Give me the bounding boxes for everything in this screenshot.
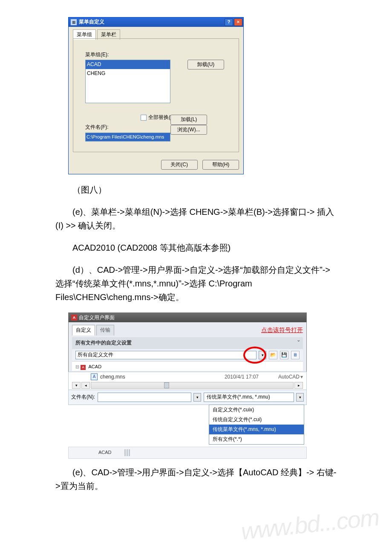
file-name-input[interactable]: C:\Program Files\CHENG\cheng.mns <box>85 133 170 142</box>
title-close-button[interactable]: × <box>234 18 242 26</box>
filter-opt-cuix[interactable]: 自定义文件(*.cuix) <box>209 405 304 415</box>
file-scrollbar[interactable]: ▾ ◂ ▸ <box>69 382 306 390</box>
close-button[interactable]: 关闭(C) <box>161 160 198 170</box>
filter-opt-all[interactable]: 所有文件(*.*) <box>209 434 304 444</box>
file-icon: A <box>91 373 98 380</box>
load-partial-icon[interactable]: 📂 <box>269 351 277 359</box>
cui-tabs: 自定义 传输 <box>72 325 114 335</box>
file-type: AutoCAD <box>269 373 300 381</box>
file-name-dropdown-arrow[interactable]: ▾ <box>193 393 201 402</box>
tab-bar: 菜单组 菜单栏 <box>73 29 239 39</box>
app-icon: ▦ <box>70 19 77 26</box>
scroll-down-icon[interactable]: ▾ <box>72 382 81 389</box>
cui-titlebar[interactable]: A 自定义用户界面 <box>69 313 306 322</box>
menu-group-listbox[interactable]: ACAD CHENG <box>85 60 170 103</box>
tab-transfer[interactable]: 传输 <box>96 325 114 335</box>
unload-button[interactable]: 卸载(U) <box>187 60 224 69</box>
file-name-label2: 文件名(N): <box>69 393 95 401</box>
menu-customize-dialog: ▦ 菜单自定义 ? × 菜单组 菜单栏 菜单组(E): ACAD CHENG 卸 <box>68 17 244 174</box>
cui-tree-preview: ⊟ A ACAD <box>72 361 303 371</box>
scroll-track[interactable] <box>91 382 294 389</box>
file-row-cheng[interactable]: A cheng.mns 2010/4/1 17:07 AutoCAD ▾ <box>69 372 306 382</box>
dialog-titlebar[interactable]: ▦ 菜单自定义 ? × <box>69 17 243 27</box>
cui-tree-item[interactable]: ACAD <box>89 364 102 369</box>
help-button[interactable]: 帮助(H) <box>202 160 239 170</box>
paragraph-e2: (e)、CAD->管理->用户界面->自定义->选择【AutoCAD 经典】->… <box>55 465 337 493</box>
listbox-item-cheng[interactable]: CHENG <box>86 69 170 78</box>
filter-opt-cui[interactable]: 传统自定义文件(*.cui) <box>209 415 304 425</box>
file-name-label: 文件名(F): <box>85 123 170 131</box>
click-hint-annotation: 点击该符号打开 <box>261 325 303 335</box>
file-name: cheng.mns <box>100 373 125 381</box>
file-type-dropdown-arrow[interactable]: ▾ <box>296 393 304 402</box>
caption-fig8: （图八） <box>55 183 337 197</box>
file-name-field[interactable] <box>98 393 191 402</box>
listbox-item-acad[interactable]: ACAD <box>86 60 170 69</box>
dialog-title: 菜单自定义 <box>79 18 224 26</box>
autocad-app-icon: A <box>71 315 77 321</box>
dialog-footer: 关闭(C) 帮助(H) <box>69 156 243 174</box>
cui-filter-value: 所有自定义文件 <box>78 351 113 359</box>
paragraph-d: (d）、CAD->管理->用户界面->自定义->选择“加载部分自定义文件”->选… <box>55 263 337 304</box>
save-icon[interactable]: 💾 <box>280 351 288 359</box>
group-header-label: 所有文件中的自定义设置 <box>75 339 132 347</box>
file-list: A cheng.mns 2010/4/1 17:07 AutoCAD ▾ ▾ ◂… <box>68 372 307 390</box>
file-open-row: 文件名(N): ▾ 传统菜单文件(*.mns, *.mnu) ▾ <box>68 390 307 405</box>
tab-panel: 菜单组(E): ACAD CHENG 卸载(U) 全部替换(R) <box>73 39 239 152</box>
load-button[interactable]: 加载(L) <box>170 115 207 124</box>
tab-customize[interactable]: 自定义 <box>72 325 95 335</box>
cui-title-text: 自定义用户界面 <box>79 314 115 322</box>
collapse-icon[interactable]: ˇ <box>297 338 300 348</box>
cui-composite-figure: A 自定义用户界面 自定义 传输 点击该符号打开 所有文件中的自定义设置 ˇ <box>68 312 307 459</box>
paragraph-acad2010: ACAD2010 (CAD2008 等其他高版本参照) <box>55 241 337 254</box>
scroll-thumb[interactable] <box>164 382 169 388</box>
scroll-left-icon[interactable]: ◂ <box>81 382 90 389</box>
menu-group-label: 菜单组(E): <box>85 51 227 59</box>
checkbox-box[interactable] <box>141 115 147 121</box>
filter-opt-mns-mnu[interactable]: 传统菜单文件(*.mns, *.mnu) <box>209 425 304 434</box>
file-type-selected-text: 传统菜单文件(*.mns, *.mnu) <box>207 393 270 401</box>
cui-group-header[interactable]: 所有文件中的自定义设置 ˇ <box>72 337 303 349</box>
paragraph-e1: (e)、菜单栏->菜单组(N)->选择 CHENG->菜单栏(B)->选择窗口-… <box>55 205 337 232</box>
workspace-tree-strip: ACAD <box>68 447 307 459</box>
dropdown-arrow-icon[interactable]: ▾ <box>259 351 266 359</box>
scroll-right-icon[interactable]: ▸ <box>294 382 303 389</box>
file-type-selected[interactable]: 传统菜单文件(*.mns, *.mnu) <box>204 393 294 402</box>
workspace-acad-label[interactable]: ACAD <box>98 449 112 457</box>
decoration-bars <box>124 449 130 456</box>
cui-window: A 自定义用户界面 自定义 传输 点击该符号打开 所有文件中的自定义设置 ˇ <box>68 312 307 372</box>
browse-button[interactable]: 浏览(W)... <box>170 125 207 135</box>
file-date: 2010/4/1 17:07 <box>225 373 269 381</box>
cui-filter-dropdown[interactable]: 所有自定义文件 <box>75 351 257 359</box>
save-as-icon[interactable]: 🗎 <box>291 351 300 359</box>
title-help-button[interactable]: ? <box>225 18 233 26</box>
cui-filter-row: 所有自定义文件 ▾ 📂 💾 🗎 <box>72 349 303 361</box>
acad-node-icon: A <box>81 365 86 370</box>
file-type-dropdown-popup[interactable]: 自定义文件(*.cuix) 传统自定义文件(*.cui) 传统菜单文件(*.mn… <box>209 405 304 445</box>
